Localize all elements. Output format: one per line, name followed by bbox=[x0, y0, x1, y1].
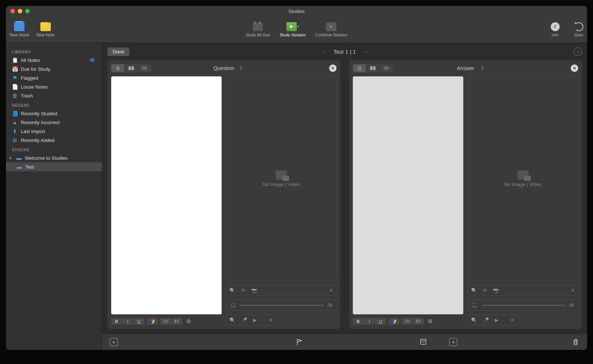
toolbar: New Stack New Note Study All Due ▾ Study… bbox=[6, 16, 587, 43]
maximize-window-button[interactable] bbox=[25, 9, 30, 13]
answer-text-editor[interactable] bbox=[353, 76, 463, 314]
question-card-header: Q Question ▴▾ ✕ bbox=[111, 64, 337, 73]
seg-list-view[interactable] bbox=[138, 64, 151, 72]
clear-audio-button[interactable]: ✕ bbox=[269, 317, 273, 323]
svg-rect-15 bbox=[370, 66, 372, 70]
seg-split-view[interactable] bbox=[366, 64, 380, 72]
study-session-button[interactable]: ▾ Study Session bbox=[280, 22, 306, 37]
study-all-due-button[interactable]: Study All Due bbox=[246, 22, 270, 37]
duplicate-button[interactable]: + bbox=[449, 338, 457, 346]
card-info-button[interactable]: i bbox=[574, 47, 582, 56]
answer-media-dropzone[interactable]: No Image | Video bbox=[468, 76, 578, 281]
clear-audio-button[interactable]: ✕ bbox=[510, 317, 514, 323]
audio-scrubber[interactable] bbox=[240, 305, 324, 306]
play-button[interactable]: ▶ bbox=[495, 317, 498, 323]
seg-list-view[interactable] bbox=[380, 64, 393, 72]
crop-button[interactable]: ⟳ bbox=[483, 288, 487, 293]
question-stepper[interactable]: ▴▾ bbox=[240, 66, 242, 71]
flag-note-button[interactable] bbox=[296, 338, 303, 346]
seg-text-view[interactable]: Q bbox=[353, 64, 366, 72]
bullet-list-button[interactable] bbox=[413, 318, 424, 325]
close-window-button[interactable] bbox=[10, 9, 15, 13]
search-audio-button[interactable]: 🔍 bbox=[471, 317, 477, 323]
sidebar-item-last-import[interactable]: ⬇ Last Import bbox=[6, 127, 102, 136]
seg-text-view[interactable]: Q bbox=[111, 64, 125, 72]
question-media-pane: No Image | Video 🔍 ⟳ 📷 ✕ 🎧 bbox=[226, 76, 337, 325]
delete-note-button[interactable] bbox=[572, 338, 579, 346]
sidebar-item-welcome-to-studies[interactable]: ▶ ▬ Welcome to Studies bbox=[6, 153, 102, 162]
bullet-list-button[interactable] bbox=[171, 318, 182, 325]
disclosure-triangle[interactable]: ▶ bbox=[10, 156, 12, 160]
warning-icon: ▲ bbox=[12, 119, 18, 125]
question-text-editor[interactable] bbox=[111, 76, 222, 314]
list-icon bbox=[142, 66, 147, 70]
bold-button[interactable]: B bbox=[111, 318, 122, 325]
color-button[interactable] bbox=[147, 318, 158, 325]
mic-button[interactable]: 🎤 bbox=[241, 317, 247, 323]
search-media-button[interactable]: 🔍 bbox=[229, 288, 235, 293]
minimize-window-button[interactable] bbox=[18, 9, 22, 13]
format-settings-button[interactable]: ⚙ bbox=[186, 318, 191, 325]
info-button[interactable]: i Info bbox=[551, 22, 560, 37]
search-media-button[interactable]: 🔍 bbox=[471, 288, 477, 293]
sidebar-item-all-notes[interactable]: 📋 All Notes 46 bbox=[6, 56, 102, 64]
camera-button[interactable]: 📷 bbox=[251, 288, 257, 293]
sidebar-item-test[interactable]: ▬ Test bbox=[6, 162, 102, 171]
camera-button[interactable]: 📷 bbox=[493, 288, 499, 293]
new-stack-button[interactable]: New Stack bbox=[10, 22, 29, 37]
italic-button[interactable]: I bbox=[122, 318, 133, 325]
sidebar-item-loose-notes[interactable]: 📄 Loose Notes bbox=[6, 82, 102, 91]
text-symbol-icon: Q bbox=[116, 66, 120, 70]
ordered-list-button[interactable]: 12 bbox=[402, 318, 413, 325]
mic-button[interactable]: 🎤 bbox=[483, 317, 489, 323]
question-media-dropzone[interactable]: No Image | Video bbox=[226, 76, 337, 281]
play-icon bbox=[286, 22, 296, 31]
format-settings-button[interactable]: ⚙ bbox=[428, 318, 433, 325]
add-note-button[interactable]: + bbox=[110, 338, 118, 346]
folder-icon: ▬ bbox=[16, 164, 22, 170]
question-view-segmented: Q bbox=[111, 64, 151, 72]
color-button[interactable] bbox=[388, 318, 400, 325]
new-note-button[interactable]: New Note bbox=[37, 22, 54, 37]
crop-button[interactable]: ⟳ bbox=[241, 288, 245, 293]
question-media-toolbar: 🔍 ⟳ 📷 ✕ bbox=[226, 285, 337, 296]
clear-media-button[interactable]: ✕ bbox=[329, 288, 333, 293]
answer-close-button[interactable]: ✕ bbox=[571, 64, 578, 72]
audio-scrubber[interactable] bbox=[481, 305, 566, 306]
answer-stepper[interactable]: ▴▾ bbox=[482, 66, 484, 71]
document-icon: 📄 bbox=[12, 84, 18, 90]
sidebar-item-recently-studied[interactable]: 📘 Recently Studied bbox=[6, 109, 102, 118]
play-button[interactable]: ▶ bbox=[253, 317, 257, 323]
sidebar-item-recently-incorrect[interactable]: ▲ Recently Incorrect bbox=[6, 118, 102, 127]
prev-arrow-icon[interactable]: ← bbox=[321, 49, 326, 55]
archive-button[interactable] bbox=[420, 338, 427, 346]
bold-button[interactable]: B bbox=[353, 318, 364, 325]
svg-point-24 bbox=[417, 320, 418, 321]
trash-icon: 🗑 bbox=[12, 93, 18, 99]
answer-card-header: Q Answer ▴▾ ✕ bbox=[353, 64, 578, 73]
svg-rect-1 bbox=[129, 66, 131, 70]
toolbar-center: Study All Due ▾ Study Session Continue S… bbox=[246, 22, 348, 37]
sidebar-header-library: LIBRARY bbox=[6, 47, 102, 56]
sidebar-item-due-for-study[interactable]: 📅 Due for Study bbox=[6, 64, 102, 73]
sidebar: LIBRARY 📋 All Notes 46 📅 Due for Study ⚑… bbox=[6, 43, 102, 350]
continue-session-button[interactable]: Continue Session bbox=[315, 22, 347, 37]
italic-button[interactable]: I bbox=[364, 318, 375, 325]
dropdown-arrow-icon[interactable]: ▾ bbox=[297, 25, 299, 29]
sidebar-item-flagged[interactable]: ⚑ Flagged bbox=[6, 73, 102, 82]
sidebar-item-recently-added[interactable]: ⊞ Recently Added bbox=[6, 136, 102, 145]
underline-button[interactable]: U bbox=[375, 318, 386, 325]
sync-button[interactable]: Sync bbox=[574, 22, 583, 37]
done-button[interactable]: Done bbox=[107, 47, 129, 56]
svg-rect-28 bbox=[421, 339, 426, 344]
next-arrow-icon[interactable]: → bbox=[363, 49, 369, 55]
sync-icon bbox=[574, 22, 583, 31]
underline-button[interactable]: U bbox=[133, 318, 145, 325]
seg-split-view[interactable] bbox=[125, 64, 138, 72]
ordered-list-button[interactable]: 12 bbox=[160, 318, 171, 325]
clear-media-button[interactable]: ✕ bbox=[571, 288, 575, 293]
sidebar-item-trash[interactable]: 🗑 Trash bbox=[6, 91, 102, 100]
search-audio-button[interactable]: 🔍 bbox=[229, 317, 235, 323]
nav-title: Test 1 | 1 bbox=[334, 49, 356, 55]
question-close-button[interactable]: ✕ bbox=[329, 64, 337, 72]
